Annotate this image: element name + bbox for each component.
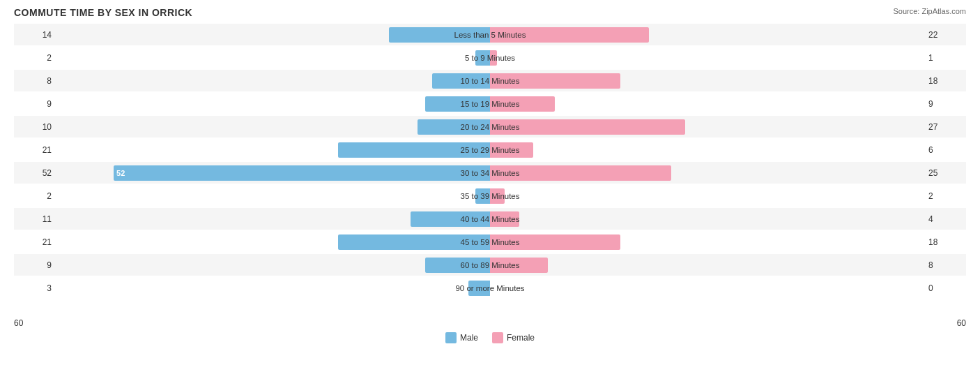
chart-row: 8 10 to 14 Minutes 18 [14, 70, 966, 91]
row-label: 15 to 19 Minutes [460, 100, 519, 108]
right-value: 18 [924, 76, 966, 86]
row-label: Less than 5 Minutes [454, 31, 526, 39]
bar-section: 90 or more Minutes [56, 277, 924, 299]
row-label: 20 to 24 Minutes [460, 123, 519, 131]
legend-male: Male [445, 332, 478, 343]
row-label: 35 to 39 Minutes [460, 192, 519, 200]
right-value: 4 [924, 214, 966, 224]
left-value: 14 [14, 30, 56, 40]
row-label: 30 to 34 Minutes [460, 169, 519, 177]
chart-row: 52 52 30 to 34 Minutes 25 [14, 162, 966, 184]
chart-title: COMMUTE TIME BY SEX IN ORRICK [14, 7, 966, 18]
left-value: 3 [14, 283, 56, 293]
chart-row: 21 25 to 29 Minutes 6 [14, 139, 966, 161]
bar-section: Less than 5 Minutes [56, 24, 924, 45]
left-value: 9 [14, 260, 56, 270]
chart-row: 9 15 to 19 Minutes 9 [14, 93, 966, 114]
right-value: 25 [924, 168, 966, 178]
legend: Male Female [14, 332, 966, 343]
chart-row: 2 35 to 39 Minutes 2 [14, 185, 966, 207]
left-value: 2 [14, 53, 56, 63]
bar-section: 20 to 24 Minutes [56, 116, 924, 137]
left-value: 21 [14, 237, 56, 247]
source-text: Source: ZipAtlas.com [893, 7, 966, 15]
chart-row: 10 20 to 24 Minutes 27 [14, 116, 966, 137]
bar-section: 25 to 29 Minutes [56, 139, 924, 161]
right-value: 22 [924, 30, 966, 40]
axis-left-label: 60 [14, 318, 23, 328]
legend-female-label: Female [507, 333, 535, 343]
male-bar: 52 [114, 165, 490, 181]
legend-male-box [445, 332, 457, 343]
chart-row: 9 60 to 89 Minutes 8 [14, 254, 966, 276]
legend-male-label: Male [460, 333, 478, 343]
legend-female-box [492, 332, 503, 343]
row-label: 45 to 59 Minutes [460, 238, 519, 246]
row-label: 60 to 89 Minutes [460, 261, 519, 269]
row-label: 90 or more Minutes [455, 284, 524, 292]
legend-female: Female [492, 332, 535, 343]
left-value: 9 [14, 99, 56, 109]
bar-section: 45 to 59 Minutes [56, 231, 924, 253]
right-value: 9 [924, 99, 966, 109]
chart-row: 14 Less than 5 Minutes 22 [14, 24, 966, 45]
bar-section: 5 to 9 Minutes [56, 47, 924, 68]
right-value: 27 [924, 122, 966, 132]
right-value: 1 [924, 53, 966, 63]
bar-section: 52 30 to 34 Minutes [56, 162, 924, 184]
axis-labels: 60 60 [14, 318, 966, 328]
left-value: 21 [14, 145, 56, 155]
left-value: 11 [14, 214, 56, 224]
chart-area: 14 Less than 5 Minutes 22 2 5 to 9 Minut… [14, 24, 966, 317]
left-value: 52 [14, 168, 56, 178]
bar-section: 15 to 19 Minutes [56, 93, 924, 114]
chart-container: COMMUTE TIME BY SEX IN ORRICK Source: Zi… [0, 0, 980, 365]
row-label: 40 to 44 Minutes [460, 215, 519, 223]
left-value: 2 [14, 191, 56, 201]
bar-section: 35 to 39 Minutes [56, 185, 924, 207]
bar-section: 10 to 14 Minutes [56, 70, 924, 91]
right-value: 2 [924, 191, 966, 201]
chart-row: 11 40 to 44 Minutes 4 [14, 208, 966, 230]
right-value: 18 [924, 237, 966, 247]
bar-section: 60 to 89 Minutes [56, 254, 924, 276]
axis-right-label: 60 [957, 318, 966, 328]
right-value: 0 [924, 283, 966, 293]
left-value: 8 [14, 76, 56, 86]
left-value: 10 [14, 122, 56, 132]
row-label: 10 to 14 Minutes [460, 77, 519, 85]
bar-section: 40 to 44 Minutes [56, 208, 924, 230]
right-value: 6 [924, 145, 966, 155]
chart-row: 21 45 to 59 Minutes 18 [14, 231, 966, 253]
row-label: 25 to 29 Minutes [460, 146, 519, 154]
row-label: 5 to 9 Minutes [465, 54, 515, 62]
chart-row: 2 5 to 9 Minutes 1 [14, 47, 966, 68]
right-value: 8 [924, 260, 966, 270]
chart-row: 3 90 or more Minutes 0 [14, 277, 966, 299]
